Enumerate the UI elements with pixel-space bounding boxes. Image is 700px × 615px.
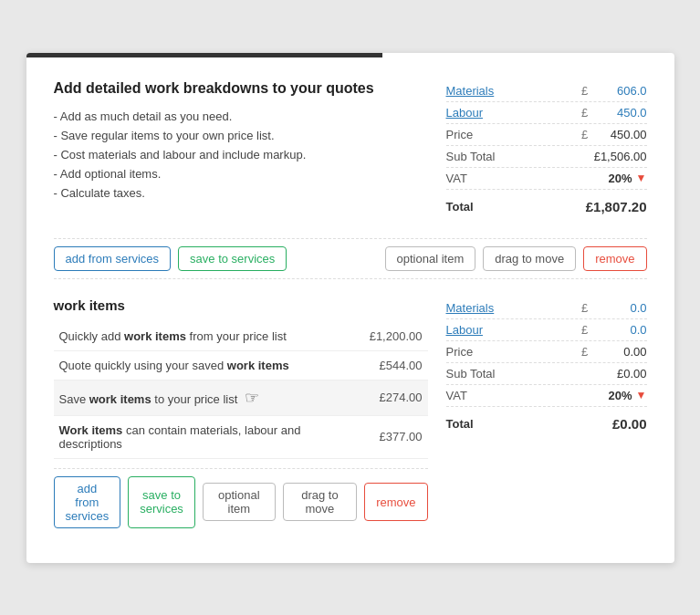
price-currency-1: £ (578, 128, 592, 141)
main-title: Add detailed work breakdowns to your quo… (54, 80, 428, 97)
materials-row-2: Materials £ 0.0 (446, 297, 647, 319)
materials-link-2[interactable]: Materials (446, 301, 578, 315)
materials-link-1[interactable]: Materials (446, 84, 578, 98)
work-table: Quickly add work items from your price l… (54, 322, 428, 459)
vat-value-1: 20% (609, 172, 632, 185)
total-label-1: Total (446, 200, 586, 214)
materials-row-1: Materials £ 606.0 (446, 80, 647, 102)
optional-item-btn-1[interactable]: optional item (385, 246, 476, 271)
materials-value-2: 0.0 (592, 301, 647, 315)
bullet-item-1: Add as much detail as you need. (54, 109, 428, 123)
row-2-amount: £544.00 (355, 350, 428, 380)
vat-select-wrapper-2[interactable]: 20% ▼ (609, 389, 647, 402)
labour-link-2[interactable]: Labour (446, 323, 578, 337)
vat-label-1: VAT (446, 172, 609, 185)
save-to-services-btn-1[interactable]: save to services (178, 246, 287, 271)
materials-value-1: 606.0 (592, 84, 647, 98)
row-3-amount: £274.00 (355, 380, 428, 415)
main-card: Add detailed work breakdowns to your quo… (26, 53, 674, 563)
labour-value-2: 0.0 (592, 323, 647, 337)
action-bar-right-1: optional item drag to move remove (385, 246, 647, 271)
progress-bar (26, 53, 383, 57)
optional-item-btn-2[interactable]: optional item (203, 483, 276, 521)
remove-btn-2[interactable]: remove (364, 483, 427, 521)
row-3-text: Save work items to your price list ☞ (54, 380, 355, 415)
save-to-services-btn-2[interactable]: save to services (128, 476, 195, 528)
labour-link-1[interactable]: Labour (446, 106, 578, 120)
materials-currency-1: £ (578, 84, 592, 98)
vat-dropdown-arrow-2[interactable]: ▼ (636, 389, 647, 401)
action-bar-left-1: add from services save to services (54, 246, 378, 271)
price-row-1: Price £ 450.00 (446, 124, 647, 146)
price-label-1: Price (446, 128, 578, 141)
left-panel: Add detailed work breakdowns to your quo… (54, 80, 428, 220)
drag-to-move-btn-2[interactable]: drag to move (283, 483, 357, 521)
action-bar-1: add from services save to services optio… (54, 238, 647, 279)
labour-currency-2: £ (578, 323, 592, 337)
table-row: Save work items to your price list ☞ £27… (54, 380, 428, 415)
vat-label-2: VAT (446, 389, 609, 402)
total-value-2: £0.00 (612, 416, 647, 432)
price-label-2: Price (446, 345, 578, 359)
bullet-list: Add as much detail as you need. Save reg… (54, 109, 428, 200)
price-row-2: Price £ 0.00 (446, 341, 647, 363)
bullet-item-3: Cost materials and labour and include ma… (54, 148, 428, 162)
price-value-1: 450.00 (592, 128, 647, 141)
summary-panel-2: Materials £ 0.0 Labour £ 0.0 Price £ 0.0… (446, 297, 647, 536)
vat-dropdown-arrow-1[interactable]: ▼ (636, 172, 647, 184)
subtotal-label-1: Sub Total (446, 150, 578, 163)
row-1-amount: £1,200.00 (355, 322, 428, 351)
labour-currency-1: £ (578, 106, 592, 120)
bullet-item-5: Calculate taxes. (54, 186, 428, 200)
action-bar-2: add from services save to services optio… (54, 468, 428, 536)
action-bar-right-2: optional item drag to move remove (203, 483, 428, 521)
price-value-2: 0.00 (592, 345, 647, 359)
labour-row-2: Labour £ 0.0 (446, 319, 647, 341)
subtotal-row-2: Sub Total £0.00 (446, 363, 647, 385)
row-4-text: Work items can contain materials, labour… (54, 415, 355, 458)
vat-select-wrapper-1[interactable]: 20% ▼ (609, 172, 647, 185)
table-row: Quickly add work items from your price l… (54, 322, 428, 351)
total-value-1: £1,807.20 (586, 199, 647, 214)
price-currency-2: £ (578, 345, 592, 359)
subtotal-value-2: £0.00 (578, 367, 647, 380)
progress-bar-container (26, 53, 674, 57)
total-row-1: Total £1,807.20 (446, 193, 647, 220)
total-row-2: Total £0.00 (446, 411, 647, 437)
row-2-text: Quote quickly using your saved work item… (54, 350, 355, 380)
labour-value-1: 450.0 (592, 106, 647, 120)
add-from-services-btn-1[interactable]: add from services (54, 246, 172, 271)
work-section: work items Quickly add work items from y… (54, 297, 647, 536)
add-from-services-btn-2[interactable]: add from services (54, 476, 121, 528)
top-section: Add detailed work breakdowns to your quo… (54, 80, 647, 220)
labour-row-1: Labour £ 450.0 (446, 102, 647, 124)
subtotal-label-2: Sub Total (446, 367, 578, 380)
bullet-item-4: Add optional items. (54, 167, 428, 181)
remove-btn-1[interactable]: remove (583, 246, 646, 271)
row-1-text: Quickly add work items from your price l… (54, 322, 355, 351)
cursor-icon: ☞ (245, 388, 259, 408)
table-row: Quote quickly using your saved work item… (54, 350, 428, 380)
work-left: work items Quickly add work items from y… (54, 297, 428, 536)
drag-to-move-btn-1[interactable]: drag to move (483, 246, 576, 271)
vat-value-2: 20% (609, 389, 632, 402)
bullet-item-2: Save regular items to your own price lis… (54, 129, 428, 142)
materials-currency-2: £ (578, 301, 592, 315)
work-title: work items (54, 297, 428, 313)
vat-row-2: VAT 20% ▼ (446, 385, 647, 407)
subtotal-value-1: £1,506.00 (578, 150, 647, 163)
vat-row-1: VAT 20% ▼ (446, 168, 647, 190)
row-4-amount: £377.00 (355, 415, 428, 458)
table-row: Work items can contain materials, labour… (54, 415, 428, 458)
total-label-2: Total (446, 417, 612, 431)
summary-panel-1: Materials £ 606.0 Labour £ 450.0 Price £… (446, 80, 647, 220)
subtotal-row-1: Sub Total £1,506.00 (446, 146, 647, 168)
action-bar-left-2: add from services save to services (54, 476, 195, 528)
